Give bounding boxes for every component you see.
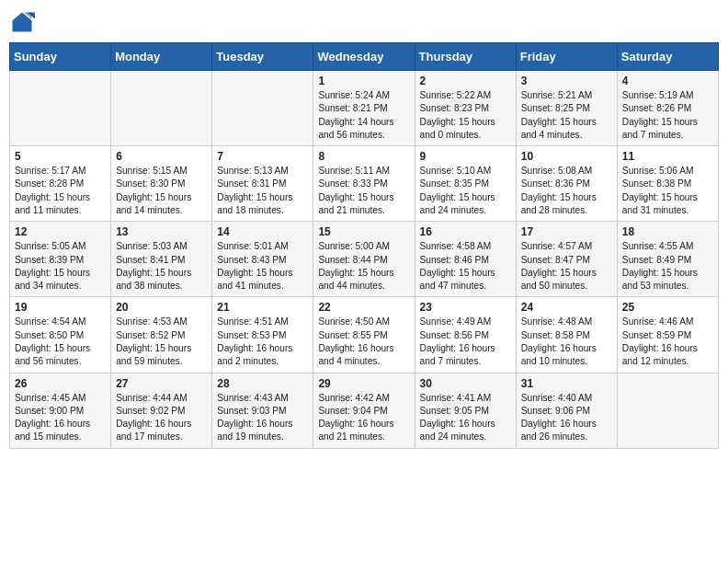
logo-icon [9,9,35,35]
weekday-header-thursday: Thursday [415,43,516,71]
day-cell: 13Sunrise: 5:03 AM Sunset: 8:41 PM Dayli… [111,222,212,297]
day-info: Sunrise: 5:24 AM Sunset: 8:21 PM Dayligh… [318,89,410,142]
day-number: 22 [318,301,410,314]
day-number: 10 [521,150,613,163]
day-cell: 7Sunrise: 5:13 AM Sunset: 8:31 PM Daylig… [212,146,313,222]
day-info: Sunrise: 5:11 AM Sunset: 8:33 PM Dayligh… [318,165,410,217]
day-cell: 26Sunrise: 4:45 AM Sunset: 9:00 PM Dayli… [10,373,111,448]
day-cell: 8Sunrise: 5:11 AM Sunset: 8:33 PM Daylig… [313,146,415,222]
day-cell: 18Sunrise: 4:55 AM Sunset: 8:49 PM Dayli… [617,222,718,297]
day-info: Sunrise: 4:43 AM Sunset: 9:03 PM Dayligh… [217,392,309,444]
weekday-header-wednesday: Wednesday [313,43,415,71]
day-info: Sunrise: 4:49 AM Sunset: 8:56 PM Dayligh… [420,316,512,368]
week-row-1: 1Sunrise: 5:24 AM Sunset: 8:21 PM Daylig… [10,71,719,146]
logo [9,9,39,35]
calendar-table: SundayMondayTuesdayWednesdayThursdayFrid… [9,42,719,449]
day-info: Sunrise: 5:00 AM Sunset: 8:44 PM Dayligh… [318,240,410,293]
day-info: Sunrise: 5:06 AM Sunset: 8:38 PM Dayligh… [622,165,714,217]
day-number: 18 [622,225,714,238]
day-info: Sunrise: 4:53 AM Sunset: 8:52 PM Dayligh… [116,316,208,368]
day-number: 4 [622,75,714,87]
day-cell: 23Sunrise: 4:49 AM Sunset: 8:56 PM Dayli… [415,297,516,373]
day-cell: 22Sunrise: 4:50 AM Sunset: 8:55 PM Dayli… [313,297,415,373]
day-info: Sunrise: 4:45 AM Sunset: 9:00 PM Dayligh… [15,392,107,444]
day-number: 1 [318,75,410,87]
day-info: Sunrise: 4:42 AM Sunset: 9:04 PM Dayligh… [318,392,410,444]
day-info: Sunrise: 5:13 AM Sunset: 8:31 PM Dayligh… [217,165,309,217]
day-info: Sunrise: 4:44 AM Sunset: 9:02 PM Dayligh… [116,392,208,444]
page-header [9,9,719,35]
day-number: 7 [217,150,309,163]
day-cell: 10Sunrise: 5:08 AM Sunset: 8:36 PM Dayli… [516,146,617,222]
weekday-header-row: SundayMondayTuesdayWednesdayThursdayFrid… [10,43,719,71]
week-row-3: 12Sunrise: 5:05 AM Sunset: 8:39 PM Dayli… [10,222,719,297]
day-cell: 25Sunrise: 4:46 AM Sunset: 8:59 PM Dayli… [617,297,718,373]
day-number: 27 [116,377,208,390]
day-info: Sunrise: 4:50 AM Sunset: 8:55 PM Dayligh… [318,316,410,368]
weekday-header-saturday: Saturday [617,43,718,71]
day-cell: 14Sunrise: 5:01 AM Sunset: 8:43 PM Dayli… [212,222,313,297]
day-info: Sunrise: 5:05 AM Sunset: 8:39 PM Dayligh… [15,240,107,293]
day-cell: 21Sunrise: 4:51 AM Sunset: 8:53 PM Dayli… [212,297,313,373]
day-cell: 29Sunrise: 4:42 AM Sunset: 9:04 PM Dayli… [313,373,415,448]
week-row-5: 26Sunrise: 4:45 AM Sunset: 9:00 PM Dayli… [10,373,719,448]
day-info: Sunrise: 4:46 AM Sunset: 8:59 PM Dayligh… [622,316,714,368]
day-number: 8 [318,150,410,163]
day-info: Sunrise: 4:51 AM Sunset: 8:53 PM Dayligh… [217,316,309,368]
weekday-header-monday: Monday [111,43,212,71]
day-info: Sunrise: 4:48 AM Sunset: 8:58 PM Dayligh… [521,316,613,368]
day-cell: 16Sunrise: 4:58 AM Sunset: 8:46 PM Dayli… [415,222,516,297]
day-number: 21 [217,301,309,314]
day-cell [10,71,111,146]
day-number: 9 [420,150,512,163]
day-info: Sunrise: 4:58 AM Sunset: 8:46 PM Dayligh… [420,240,512,293]
day-number: 16 [420,225,512,238]
week-row-2: 5Sunrise: 5:17 AM Sunset: 8:28 PM Daylig… [10,146,719,222]
day-cell: 31Sunrise: 4:40 AM Sunset: 9:06 PM Dayli… [516,373,617,448]
day-number: 25 [622,301,714,314]
day-number: 2 [420,75,512,87]
week-row-4: 19Sunrise: 4:54 AM Sunset: 8:50 PM Dayli… [10,297,719,373]
day-cell: 15Sunrise: 5:00 AM Sunset: 8:44 PM Dayli… [313,222,415,297]
day-number: 11 [622,150,714,163]
day-number: 26 [15,377,107,390]
day-info: Sunrise: 4:55 AM Sunset: 8:49 PM Dayligh… [622,240,714,293]
day-cell: 20Sunrise: 4:53 AM Sunset: 8:52 PM Dayli… [111,297,212,373]
day-number: 5 [15,150,107,163]
day-number: 31 [521,377,613,390]
weekday-header-friday: Friday [516,43,617,71]
day-number: 15 [318,225,410,238]
day-number: 14 [217,225,309,238]
calendar-body: 1Sunrise: 5:24 AM Sunset: 8:21 PM Daylig… [10,71,719,449]
day-number: 20 [116,301,208,314]
day-cell: 6Sunrise: 5:15 AM Sunset: 8:30 PM Daylig… [111,146,212,222]
day-number: 30 [420,377,512,390]
day-info: Sunrise: 5:03 AM Sunset: 8:41 PM Dayligh… [116,240,208,293]
day-cell: 17Sunrise: 4:57 AM Sunset: 8:47 PM Dayli… [516,222,617,297]
day-info: Sunrise: 5:19 AM Sunset: 8:26 PM Dayligh… [622,89,714,142]
day-info: Sunrise: 5:10 AM Sunset: 8:35 PM Dayligh… [420,165,512,217]
day-cell: 27Sunrise: 4:44 AM Sunset: 9:02 PM Dayli… [111,373,212,448]
day-cell: 12Sunrise: 5:05 AM Sunset: 8:39 PM Dayli… [10,222,111,297]
day-info: Sunrise: 4:54 AM Sunset: 8:50 PM Dayligh… [15,316,107,368]
day-number: 28 [217,377,309,390]
day-number: 12 [15,225,107,238]
day-cell: 4Sunrise: 5:19 AM Sunset: 8:26 PM Daylig… [617,71,718,146]
day-number: 13 [116,225,208,238]
day-cell: 30Sunrise: 4:41 AM Sunset: 9:05 PM Dayli… [415,373,516,448]
day-info: Sunrise: 5:08 AM Sunset: 8:36 PM Dayligh… [521,165,613,217]
day-cell: 28Sunrise: 4:43 AM Sunset: 9:03 PM Dayli… [212,373,313,448]
day-cell [212,71,313,146]
day-info: Sunrise: 5:17 AM Sunset: 8:28 PM Dayligh… [15,165,107,217]
day-cell: 11Sunrise: 5:06 AM Sunset: 8:38 PM Dayli… [617,146,718,222]
day-cell: 1Sunrise: 5:24 AM Sunset: 8:21 PM Daylig… [313,71,415,146]
day-cell: 5Sunrise: 5:17 AM Sunset: 8:28 PM Daylig… [10,146,111,222]
day-number: 24 [521,301,613,314]
day-info: Sunrise: 4:57 AM Sunset: 8:47 PM Dayligh… [521,240,613,293]
day-number: 3 [521,75,613,87]
day-cell [111,71,212,146]
day-number: 19 [15,301,107,314]
day-number: 23 [420,301,512,314]
day-info: Sunrise: 4:41 AM Sunset: 9:05 PM Dayligh… [420,392,512,444]
weekday-header-tuesday: Tuesday [212,43,313,71]
